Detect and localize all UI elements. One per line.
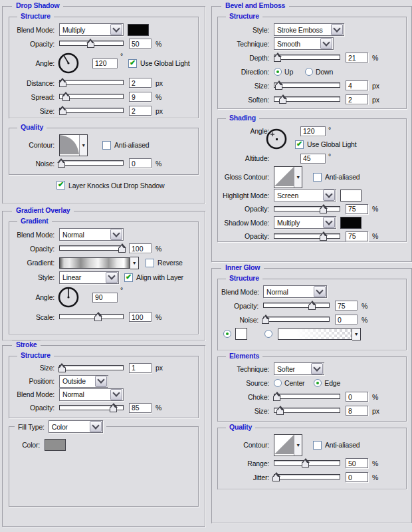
spread-slider[interactable] [59,92,124,102]
angle-input[interactable] [300,126,326,136]
shadow-color-swatch[interactable] [340,217,361,229]
contour-dropdown-arrow[interactable]: ▼ [79,135,87,156]
opacity-slider[interactable] [59,243,124,253]
slider-thumb[interactable] [272,477,280,481]
slider-track[interactable] [274,394,340,399]
slider-track[interactable] [59,314,124,319]
contour-dropdown-arrow[interactable]: ▼ [294,435,302,456]
stroke-color-swatch[interactable] [45,439,66,451]
opacity-slider[interactable] [59,403,124,413]
dropdown-button[interactable] [314,286,326,297]
opacity-slider[interactable] [263,301,330,311]
dropdown-button[interactable] [95,376,107,387]
slider-thumb[interactable] [279,99,286,104]
choke-slider[interactable] [274,392,340,402]
size-input[interactable] [346,406,368,416]
slider-thumb[interactable] [62,96,70,101]
highlight-mode-select[interactable]: Screen [274,189,336,201]
dropdown-button[interactable] [110,24,122,35]
anti-aliased-checkbox[interactable] [313,173,322,182]
slider-track[interactable] [59,108,124,113]
highlight-opacity-input[interactable] [346,204,368,214]
blend-mode-select[interactable]: Multiply [59,23,124,36]
opacity-input[interactable] [335,301,358,311]
gradient-dropdown-arrow[interactable]: ▼ [130,257,139,269]
gradient-radio[interactable] [264,330,272,338]
dropdown-button[interactable] [110,389,122,400]
slider-track[interactable] [263,317,330,322]
slider-thumb[interactable] [58,368,66,372]
anti-aliased-checkbox[interactable] [313,441,322,450]
jitter-slider[interactable] [274,472,340,482]
direction-up-radio[interactable] [274,68,282,76]
anti-aliased-checkbox[interactable] [102,141,111,150]
use-global-light-checkbox[interactable] [295,140,304,149]
angle-input[interactable] [92,293,118,303]
slider-track[interactable] [59,160,124,166]
style-select[interactable]: Linear [59,271,119,284]
size-slider[interactable] [59,363,124,373]
glow-color-swatch[interactable] [235,328,247,340]
depth-input[interactable] [346,53,368,63]
blend-mode-select[interactable]: Normal [59,388,124,401]
source-center-radio[interactable] [274,379,282,387]
slider-track[interactable] [274,233,340,239]
range-input[interactable] [346,458,368,468]
noise-slider[interactable] [263,315,330,325]
slider-thumb[interactable] [320,236,327,241]
source-edge-radio[interactable] [314,379,322,387]
slider-thumb[interactable] [94,317,102,321]
distance-input[interactable] [129,78,152,88]
angle-input[interactable] [92,59,118,68]
slider-thumb[interactable] [302,463,309,467]
size-input[interactable] [129,106,152,116]
dropdown-button[interactable] [106,272,118,283]
use-global-light-checkbox[interactable] [128,59,137,68]
slider-thumb[interactable] [320,209,327,213]
contour-picker[interactable]: ▼ [274,434,302,456]
opacity-input[interactable] [129,243,152,253]
noise-input[interactable] [335,315,358,325]
angle-dial[interactable] [56,285,80,309]
shadow-color-swatch[interactable] [128,24,149,36]
gradient-dropdown-arrow[interactable]: ▼ [352,328,361,340]
size-input[interactable] [346,80,368,90]
dropdown-button[interactable] [110,229,122,240]
slider-thumb[interactable] [273,396,280,401]
slider-thumb[interactable] [274,57,281,62]
dropdown-button[interactable] [331,24,343,35]
slider-thumb[interactable] [110,408,117,412]
technique-select[interactable]: Softer [274,362,324,375]
slider-thumb[interactable] [308,305,316,310]
opacity-input[interactable] [129,403,152,413]
shadow-opacity-slider[interactable] [274,231,340,241]
blend-mode-select[interactable]: Normal [59,228,124,241]
dropdown-button[interactable] [320,38,332,49]
slider-track[interactable] [59,365,124,370]
opacity-input[interactable] [129,39,152,49]
highlight-color-swatch[interactable] [340,190,361,201]
range-slider[interactable] [274,458,340,468]
angle-dial[interactable] [56,51,80,75]
technique-select[interactable]: Smooth [274,37,334,50]
slider-thumb[interactable] [276,410,284,415]
position-select[interactable]: Outside [59,375,108,388]
blend-mode-select[interactable]: Normal [263,285,327,298]
align-with-layer-checkbox[interactable] [124,273,133,282]
size-slider[interactable] [59,106,124,116]
soften-input[interactable] [346,94,368,104]
soften-slider[interactable] [274,94,340,104]
shadow-opacity-input[interactable] [346,231,368,241]
contour-picker[interactable]: ▼ [59,134,88,156]
size-slider[interactable] [274,406,340,416]
noise-input[interactable] [129,158,152,168]
dropdown-button[interactable] [323,217,335,228]
glow-gradient-strip[interactable] [278,329,352,340]
jitter-input[interactable] [346,472,368,482]
noise-slider[interactable] [59,158,124,168]
slider-track[interactable] [274,55,340,60]
shadow-mode-select[interactable]: Multiply [274,216,336,229]
size-slider[interactable] [274,80,340,90]
size-input[interactable] [129,363,152,373]
layer-knockout-checkbox[interactable] [56,181,65,190]
